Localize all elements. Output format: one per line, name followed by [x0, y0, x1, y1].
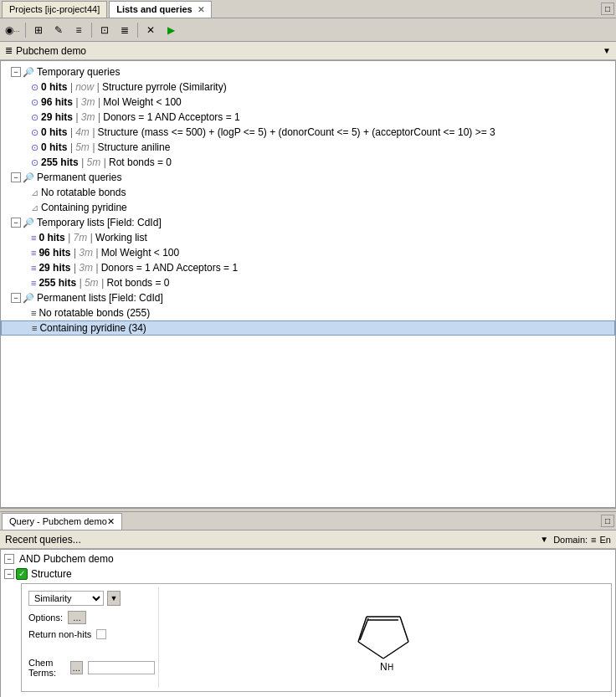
list-icon: ≡ [31, 263, 36, 273]
filter-icon: ⊙ [31, 127, 38, 138]
recent-queries-dropdown[interactable]: ▼ [540, 535, 548, 544]
tree-panel: − 🔎 Temporary queries ⊙ 0 hits | now | S… [0, 60, 616, 508]
toggle-permanent-queries[interactable]: − [11, 172, 21, 182]
toolbar-btn-close[interactable]: ✕ [141, 21, 160, 39]
domain-name: En [600, 535, 611, 545]
bottom-tab-bar: Query - Pubchem demo ✕ □ [0, 512, 616, 530]
toolbar-btn-grid[interactable]: ⊞ [29, 21, 48, 39]
list-icon: ≡ [31, 278, 36, 288]
svg-line-5 [383, 642, 408, 659]
list-item[interactable]: ⊿ Containing pyridine [1, 200, 615, 215]
perm-lists-group-icon: 🔎 [23, 293, 34, 304]
domain-label: Domain: [553, 535, 588, 545]
tab-query-pubchem[interactable]: Query - Pubchem demo ✕ [2, 513, 122, 530]
similarity-select[interactable]: Similarity [28, 591, 104, 606]
list-icon: ≡ [31, 233, 36, 243]
filter-icon: ⊙ [31, 97, 38, 108]
return-non-hits-label: Return non-hits [28, 629, 91, 639]
separator-2 [91, 23, 92, 38]
filter-icon: ⊿ [31, 187, 38, 198]
panel-header: ≣ Pubchem demo ▼ [0, 42, 616, 60]
structure-controls: Similarity ▼ Options: … Return non-hits … [25, 587, 159, 688]
list-item[interactable]: ⊙ 0 hits | 5m | Structure aniline [1, 140, 615, 155]
return-non-hits-checkbox[interactable] [96, 629, 106, 639]
perm-list-icon: ≡ [31, 308, 36, 318]
perm-list-icon: ≡ [32, 323, 37, 333]
similarity-dropdown-btn[interactable]: ▼ [107, 591, 121, 606]
domain-list-icon[interactable]: ≡ [591, 535, 596, 545]
temporary-lists-label: Temporary lists [Field: CdId] [37, 217, 162, 228]
perm-queries-group-icon: 🔎 [23, 172, 34, 183]
panel-collapse-icon[interactable]: ▼ [603, 46, 611, 55]
toolbar-btn-lines[interactable]: ≣ [116, 21, 134, 39]
list-item[interactable]: ⊙ 96 hits | 3m | Mol Weight < 100 [1, 95, 615, 110]
options-button[interactable]: … [68, 611, 86, 624]
top-tab-bar: Projects [ijc-project44] Lists and queri… [0, 0, 616, 18]
svg-line-6 [360, 618, 368, 640]
toolbar-btn-view[interactable]: ◉… [3, 21, 22, 39]
list-item[interactable]: ⊙ 29 hits | 3m | Donors = 1 AND Acceptor… [1, 110, 615, 125]
toolbar-btn-play[interactable]: ▶ [162, 21, 180, 39]
section-temporary-queries[interactable]: − 🔎 Temporary queries [1, 64, 615, 79]
return-non-hits-row: Return non-hits [28, 629, 155, 639]
recent-queries-label: Recent queries... [5, 534, 540, 546]
tab-projects[interactable]: Projects [ijc-project44] [2, 1, 107, 18]
chem-terms-label: Chem Terms: [28, 658, 65, 678]
tab-query-label: Query - Pubchem demo [9, 516, 107, 526]
query-title-row: − AND Pubchem demo [4, 553, 612, 565]
svg-line-0 [358, 642, 383, 659]
filter-icon: ⊙ [31, 157, 38, 168]
svg-line-1 [358, 617, 367, 642]
list-item-selected[interactable]: ≡ Containing pyridine (34) [1, 320, 615, 336]
filter-icon: ⊙ [31, 142, 38, 153]
structure-toggle[interactable]: − [4, 569, 14, 579]
structure-query-box: Similarity ▼ Options: … Return non-hits … [21, 583, 612, 692]
tab-lists-close-icon[interactable]: ✕ [198, 5, 204, 14]
list-item[interactable]: ≡ 0 hits | 7m | Working list [1, 230, 615, 245]
list-item[interactable]: ≡ 96 hits | 3m | Mol Weight < 100 [1, 245, 615, 260]
similarity-row: Similarity ▼ [28, 591, 155, 606]
toolbar-btn-edit[interactable]: ✎ [49, 21, 68, 39]
section-permanent-lists[interactable]: − 🔎 Permanent lists [Field: CdId] [1, 290, 615, 305]
maximize-button[interactable]: □ [601, 3, 614, 15]
chem-terms-options-btn[interactable]: … [70, 661, 83, 674]
options-row: Options: … [28, 611, 155, 624]
chem-terms-input[interactable] [88, 661, 155, 674]
list-item[interactable]: ≡ 255 hits | 5m | Rot bonds = 0 [1, 275, 615, 290]
query-title: AND Pubchem demo [19, 553, 114, 565]
bottom-maximize-button[interactable]: □ [601, 515, 614, 527]
list-icon: ≡ [31, 248, 36, 258]
toolbar-btn-box[interactable]: ⊡ [95, 21, 114, 39]
panel-title: Pubchem demo [16, 45, 603, 57]
list-item[interactable]: ⊙ 0 hits | now | Structure pyrrole (Simi… [1, 79, 615, 95]
list-item[interactable]: ⊙ 255 hits | 5m | Rot bonds = 0 [1, 155, 615, 170]
tab-query-close-icon[interactable]: ✕ [107, 516, 115, 527]
toggle-temporary-queries[interactable]: − [11, 67, 21, 77]
section-permanent-queries[interactable]: − 🔎 Permanent queries [1, 170, 615, 185]
toggle-temporary-lists[interactable]: − [11, 218, 21, 228]
list-item[interactable]: ⊙ 0 hits | 4m | Structure (mass <= 500) … [1, 125, 615, 140]
queries-group-icon: 🔎 [23, 67, 34, 78]
nitrogen-label: N [380, 661, 388, 673]
molecule-area: N H [159, 587, 608, 688]
tab-lists[interactable]: Lists and queries ✕ [109, 1, 211, 18]
temporary-queries-label: Temporary queries [37, 66, 120, 78]
permanent-lists-label: Permanent lists [Field: CdId] [37, 292, 163, 304]
filter-icon: ⊿ [31, 202, 38, 213]
molecule-svg: N H [341, 600, 425, 675]
main-toolbar: ◉… ⊞ ✎ ≡ ⊡ ≣ ✕ ▶ [0, 18, 616, 42]
structure-checkbox[interactable]: ✓ [16, 568, 28, 580]
tab-lists-label: Lists and queries [116, 4, 192, 14]
panel-icon: ≣ [5, 45, 13, 56]
temp-lists-group-icon: 🔎 [23, 218, 34, 228]
chem-terms-row: Chem Terms: … [28, 658, 155, 678]
query-toggle[interactable]: − [4, 554, 14, 564]
options-label: Options: [28, 612, 63, 623]
toolbar-btn-list[interactable]: ≡ [69, 21, 88, 39]
svg-line-4 [400, 617, 408, 642]
list-item[interactable]: ≡ 29 hits | 3m | Donors = 1 AND Acceptor… [1, 260, 615, 275]
section-temporary-lists[interactable]: − 🔎 Temporary lists [Field: CdId] [1, 215, 615, 230]
toggle-permanent-lists[interactable]: − [11, 293, 21, 303]
list-item[interactable]: ≡ No rotatable bonds (255) [1, 305, 615, 320]
list-item[interactable]: ⊿ No rotatable bonds [1, 185, 615, 200]
